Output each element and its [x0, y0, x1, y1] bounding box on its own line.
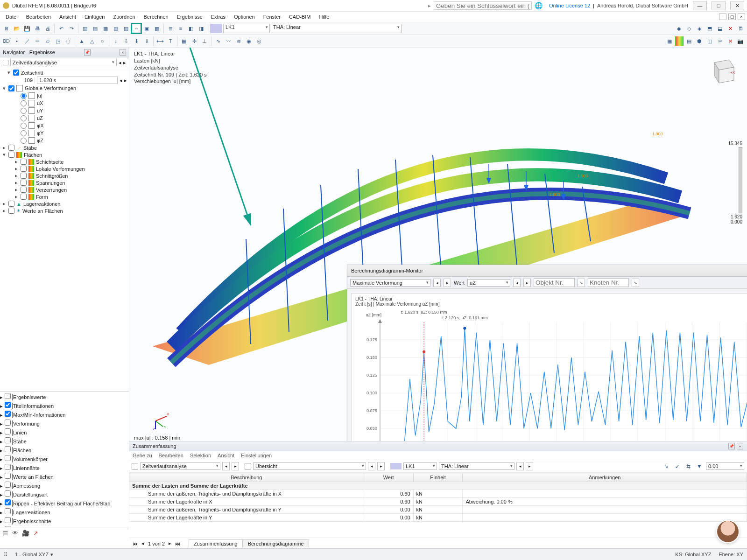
- extra1-icon[interactable]: ◆: [674, 24, 684, 33]
- menu-einfuegen[interactable]: Einfügen: [81, 13, 108, 21]
- status-cs-combo[interactable]: 1 - Global XYZ: [15, 552, 49, 557]
- summary-menu-bearbeiten[interactable]: Bearbeiten: [159, 453, 183, 458]
- summary-menu-selektion[interactable]: Selektion: [190, 453, 211, 458]
- print-icon[interactable]: 🖶: [33, 24, 42, 33]
- summary-analysis-combo[interactable]: Zeitverlaufsanalyse: [140, 462, 220, 470]
- save-icon[interactable]: 💾: [22, 24, 32, 33]
- globale-node[interactable]: ▾Globale Verformungen: [0, 84, 129, 92]
- node-pick-icon[interactable]: ↘: [632, 279, 639, 287]
- diagram-value-combo[interactable]: uZ: [467, 279, 510, 287]
- display-option[interactable]: ▸Liniennähte: [0, 462, 129, 471]
- ts-prev-icon[interactable]: ◂: [120, 77, 122, 84]
- mdi-close-button[interactable]: ×: [738, 14, 745, 20]
- diagram-window-titlebar[interactable]: Berechnungsdiagramm-Monitor ×: [347, 265, 747, 277]
- view2-icon[interactable]: ▤: [91, 24, 100, 33]
- display-option[interactable]: ▸Ergebnisschnitte: [0, 516, 129, 525]
- sel-icon[interactable]: ⌦: [2, 36, 11, 46]
- menu-datei[interactable]: Datei: [2, 13, 21, 21]
- mdi-minimize-button[interactable]: –: [719, 14, 726, 20]
- camera-icon[interactable]: 📷: [736, 36, 745, 46]
- menu-ansicht[interactable]: Ansicht: [56, 13, 80, 21]
- view1-icon[interactable]: ▥: [80, 24, 90, 33]
- display-option[interactable]: ▸Lagerreaktionen: [0, 507, 129, 516]
- table-row[interactable]: Summe der äußeren, Trägheits- und Dämpfu…: [129, 490, 747, 498]
- summary-ana-prev[interactable]: ◂: [222, 462, 230, 470]
- display-option[interactable]: ▸Stäbe: [0, 436, 129, 445]
- results2-icon[interactable]: 〰: [224, 36, 233, 46]
- table-row[interactable]: Summe der äußeren, Trägheits- und Dämpfu…: [129, 506, 747, 514]
- flaechen-sub-item[interactable]: ▸Schichtseite: [0, 158, 129, 165]
- summary-menu-gehezu[interactable]: Gehe zu: [133, 453, 152, 458]
- menu-zuordnen[interactable]: Zuordnen: [109, 13, 139, 21]
- extra5-icon[interactable]: ⬓: [715, 24, 725, 33]
- summary-ana-check[interactable]: [132, 463, 138, 469]
- diagram-monitor-button[interactable]: ↔: [132, 24, 141, 33]
- summary-lk-combo[interactable]: LK1: [403, 462, 437, 470]
- display-option[interactable]: ▸Werte an Flächen: [0, 471, 129, 480]
- pin-icon[interactable]: 📌: [84, 49, 91, 56]
- staebe-node[interactable]: ▸⟋Stäbe: [0, 144, 129, 151]
- summary-zero-combo[interactable]: 0.00: [706, 462, 744, 470]
- nav-tab-results-icon[interactable]: ↗: [33, 530, 38, 537]
- ortho-icon[interactable]: ⊥: [200, 36, 209, 46]
- load4-icon[interactable]: ⇓: [142, 36, 151, 46]
- object-number-input[interactable]: [534, 278, 575, 287]
- pager-last-icon[interactable]: ⏭: [175, 541, 180, 546]
- view5-icon[interactable]: ▨: [121, 24, 131, 33]
- deform-option[interactable]: uY: [0, 107, 129, 114]
- calc3-icon[interactable]: ◧: [186, 24, 196, 33]
- snap-icon[interactable]: ✛: [190, 36, 199, 46]
- render1-icon[interactable]: ▦: [665, 36, 674, 46]
- deform-option[interactable]: φX: [0, 122, 129, 129]
- deform-option[interactable]: φZ: [0, 137, 129, 144]
- printreport-icon[interactable]: 🖨: [43, 24, 52, 33]
- results4-icon[interactable]: ◉: [244, 36, 254, 46]
- render3-icon[interactable]: ▤: [684, 36, 694, 46]
- deform-option[interactable]: φY: [0, 129, 129, 137]
- timestep-check[interactable]: [13, 70, 19, 76]
- close-button[interactable]: ✕: [730, 1, 744, 10]
- summary-pin-icon[interactable]: 📌: [728, 443, 735, 449]
- hinge-icon[interactable]: ○: [98, 36, 107, 46]
- summary-ov-prev[interactable]: ◂: [368, 462, 375, 470]
- view3-icon[interactable]: ▦: [101, 24, 110, 33]
- results5-icon[interactable]: ◎: [254, 36, 264, 46]
- menu-cadbim[interactable]: CAD-BIM: [285, 13, 314, 21]
- menu-optionen[interactable]: Optionen: [230, 13, 259, 21]
- summary-ov-next[interactable]: ▸: [377, 462, 385, 470]
- flaechen-sub-item[interactable]: ▸Form: [0, 193, 129, 200]
- license-link[interactable]: Online License 12: [549, 3, 590, 8]
- menu-berechnen[interactable]: Berechnen: [140, 13, 172, 21]
- deform-option[interactable]: uX: [0, 99, 129, 107]
- render2-icon[interactable]: [675, 36, 684, 46]
- diagram-type-combo[interactable]: Maximale Verformung: [350, 279, 430, 287]
- mdi-restore-button[interactable]: ▢: [728, 14, 736, 20]
- calc2-icon[interactable]: ≡: [176, 24, 185, 33]
- view4-icon[interactable]: ▧: [111, 24, 120, 33]
- summary-overview-combo[interactable]: Übersicht: [253, 462, 366, 470]
- iso-icon[interactable]: ⬢: [695, 36, 704, 46]
- view-cube[interactable]: +X: [705, 54, 739, 88]
- flaechen-sub-item[interactable]: ▸Spannungen: [0, 179, 129, 186]
- menu-hilfe[interactable]: Hilfe: [315, 13, 333, 21]
- summary-tool3-icon[interactable]: ⇆: [684, 462, 693, 471]
- display-option[interactable]: ▸Linien: [0, 427, 129, 436]
- flaechen-sub-item[interactable]: ▸Schnittgrößen: [0, 172, 129, 179]
- extra3-icon[interactable]: ◈: [695, 24, 704, 33]
- results3-icon[interactable]: ≋: [234, 36, 243, 46]
- display-option[interactable]: ▸Titelinformationen: [0, 400, 129, 409]
- summary-menu-einstellungen[interactable]: Einstellungen: [241, 453, 272, 458]
- diagram-prev-icon[interactable]: ◂: [433, 279, 441, 287]
- node-icon[interactable]: •: [12, 36, 21, 46]
- display-option[interactable]: ▸Rippen - Effektiver Beitrag auf Fläche/…: [0, 498, 129, 507]
- nav-tab-data-icon[interactable]: ☰: [3, 530, 8, 537]
- text-icon[interactable]: T: [166, 36, 175, 46]
- load2-icon[interactable]: ⇩: [121, 36, 131, 46]
- menu-ergebnisse[interactable]: Ergebnisse: [173, 13, 206, 21]
- summary-tool1-icon[interactable]: ↘: [661, 462, 670, 471]
- new-icon[interactable]: 🗎: [2, 24, 11, 33]
- pager-prev-icon[interactable]: ◂: [141, 540, 144, 546]
- redo-icon[interactable]: ↷: [67, 24, 76, 33]
- summary-ov-check[interactable]: [245, 463, 251, 469]
- pager-next-icon[interactable]: ▸: [169, 540, 171, 546]
